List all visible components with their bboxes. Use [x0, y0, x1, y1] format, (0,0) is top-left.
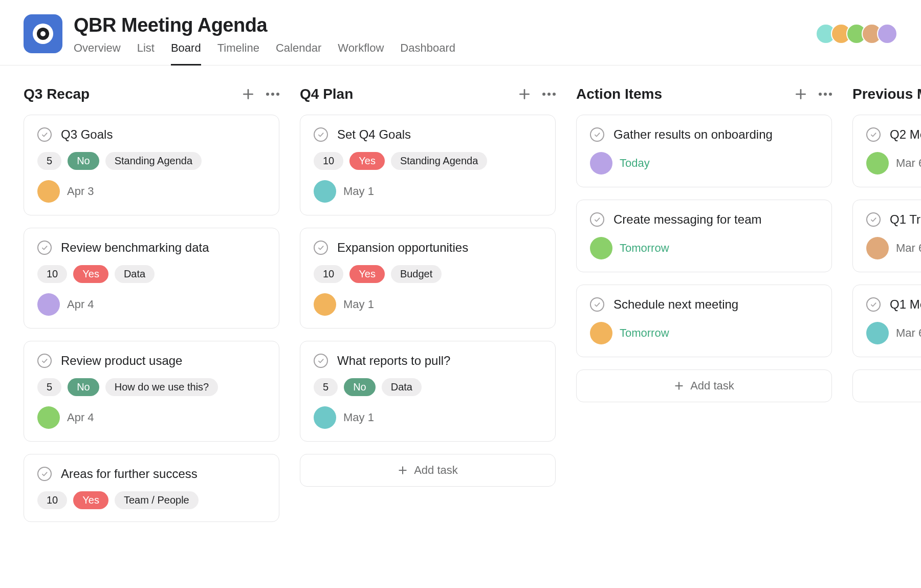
task-card[interactable]: Q1 MeMar 6 [852, 285, 921, 357]
task-card[interactable]: Q1 TraMar 6 [852, 200, 921, 272]
tag-pill: 5 [37, 378, 61, 396]
assignee-avatar[interactable] [314, 180, 336, 203]
task-card[interactable]: Areas for further success10YesTeam / Peo… [24, 454, 279, 522]
tab-overview[interactable]: Overview [74, 41, 121, 66]
card-tags: 5NoStanding Agenda [37, 152, 266, 170]
tab-list[interactable]: List [137, 41, 155, 66]
complete-checkbox[interactable] [590, 297, 604, 312]
assignee-avatar[interactable] [314, 406, 336, 429]
task-card[interactable]: Review benchmarking data10YesDataApr 4 [24, 228, 279, 329]
card-tags: 10YesBudget [314, 265, 542, 283]
card-header: Q1 Me [866, 297, 921, 312]
complete-checkbox[interactable] [314, 241, 328, 255]
assignee-avatar[interactable] [590, 322, 612, 344]
tab-dashboard[interactable]: Dashboard [400, 41, 455, 66]
card-footer: May 1 [314, 406, 542, 429]
due-date: Today [620, 157, 650, 170]
card-title: Set Q4 Goals [337, 127, 411, 142]
tab-calendar[interactable]: Calendar [276, 41, 321, 66]
add-task-button[interactable]: Add task [300, 454, 556, 487]
card-header: What reports to pull? [314, 354, 542, 368]
card-footer: Mar 6 [866, 237, 921, 259]
card-tags: 10YesData [37, 265, 266, 283]
tag-pill: Yes [349, 265, 385, 283]
card-footer: Mar 6 [866, 322, 921, 344]
check-icon [594, 216, 601, 223]
card-header: Set Q4 Goals [314, 127, 542, 142]
task-card[interactable]: Create messaging for teamTomorrow [576, 200, 832, 272]
tag-pill: Budget [391, 265, 442, 283]
complete-checkbox[interactable] [314, 354, 328, 368]
task-card[interactable]: Q2 MeMar 6 [852, 115, 921, 187]
tag-pill: Yes [349, 152, 385, 170]
complete-checkbox[interactable] [866, 127, 881, 142]
due-date: Mar 6 [896, 242, 921, 255]
assignee-avatar[interactable] [866, 322, 889, 344]
complete-checkbox[interactable] [37, 241, 52, 255]
card-header: Q2 Me [866, 127, 921, 142]
task-card[interactable]: Review product usage5NoHow do we use thi… [24, 341, 279, 442]
due-date: Apr 4 [67, 411, 94, 424]
task-card[interactable]: Schedule next meetingTomorrow [576, 285, 832, 357]
tab-workflow[interactable]: Workflow [338, 41, 384, 66]
check-icon [41, 131, 48, 138]
tag-pill: No [344, 378, 376, 396]
column-more-button[interactable] [819, 88, 832, 101]
task-card[interactable]: Q3 Goals5NoStanding AgendaApr 3 [24, 115, 279, 215]
assignee-avatar[interactable] [37, 293, 60, 316]
view-tabs: OverviewListBoardTimelineCalendarWorkflo… [74, 41, 455, 65]
column-more-button[interactable] [542, 88, 556, 101]
tag-pill: 10 [314, 152, 343, 170]
complete-checkbox[interactable] [314, 127, 328, 142]
tag-pill: 5 [37, 152, 61, 170]
check-icon [41, 470, 48, 477]
add-card-button[interactable] [794, 88, 807, 101]
complete-checkbox[interactable] [590, 212, 604, 227]
complete-checkbox[interactable] [37, 354, 52, 368]
complete-checkbox[interactable] [37, 467, 52, 481]
task-card[interactable]: What reports to pull?5NoDataMay 1 [300, 341, 556, 442]
check-icon [317, 357, 324, 364]
check-icon [594, 131, 601, 138]
tab-board[interactable]: Board [171, 41, 201, 66]
check-icon [41, 357, 48, 364]
member-avatar[interactable] [877, 24, 897, 44]
card-header: Gather results on onboarding [590, 127, 818, 142]
assignee-avatar[interactable] [590, 237, 612, 259]
add-card-button[interactable] [518, 88, 531, 101]
card-header: Q1 Tra [866, 212, 921, 227]
add-task-label: Add task [414, 464, 458, 477]
column-actions [518, 88, 556, 101]
page-title: QBR Meeting Agenda [74, 14, 455, 36]
add-task-button[interactable]: Add task [576, 369, 832, 402]
assignee-avatar[interactable] [37, 180, 60, 203]
complete-checkbox[interactable] [866, 297, 881, 312]
plus-icon [794, 88, 807, 101]
task-card[interactable]: Expansion opportunities10YesBudgetMay 1 [300, 228, 556, 329]
complete-checkbox[interactable] [37, 127, 52, 142]
column-header: Q4 Plan [300, 86, 556, 102]
card-footer: Tomorrow [590, 322, 818, 344]
tag-pill: 5 [314, 378, 338, 396]
board-column: Previous MQ2 MeMar 6Q1 TraMar 6Q1 MeMar … [852, 86, 921, 582]
assignee-avatar[interactable] [590, 152, 612, 175]
title-block: QBR Meeting Agenda OverviewListBoardTime… [74, 14, 455, 65]
svg-point-2 [40, 31, 46, 36]
card-footer: Apr 4 [37, 406, 266, 429]
project-members[interactable] [821, 24, 897, 44]
assignee-avatar[interactable] [866, 152, 889, 175]
task-card[interactable]: Gather results on onboardingToday [576, 115, 832, 187]
target-icon [32, 23, 54, 45]
column-more-button[interactable] [266, 88, 279, 101]
tab-timeline[interactable]: Timeline [217, 41, 259, 66]
complete-checkbox[interactable] [590, 127, 604, 142]
assignee-avatar[interactable] [866, 237, 889, 259]
add-task-button[interactable]: Add task [852, 369, 921, 402]
column-title: Q3 Recap [24, 86, 90, 102]
assignee-avatar[interactable] [37, 406, 60, 429]
add-card-button[interactable] [242, 88, 255, 101]
assignee-avatar[interactable] [314, 293, 336, 316]
complete-checkbox[interactable] [866, 212, 881, 227]
task-card[interactable]: Set Q4 Goals10YesStanding AgendaMay 1 [300, 115, 556, 215]
column-actions [242, 88, 279, 101]
